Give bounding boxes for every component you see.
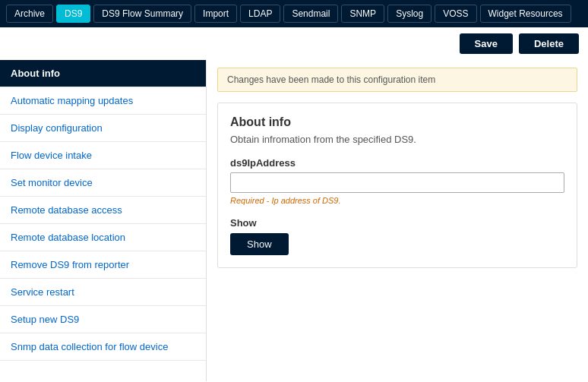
sidebar-item-remove-ds9-from-reporter[interactable]: Remove DS9 from reporter (0, 251, 206, 279)
sidebar-item-automatic-mapping-updates[interactable]: Automatic mapping updates (0, 87, 206, 115)
nav-btn-archive[interactable]: Archive (6, 5, 53, 23)
content-area: Changes have been made to this configura… (207, 60, 588, 381)
top-nav: ArchiveDS9DS9 Flow SummaryImportLDAPSend… (0, 0, 588, 27)
nav-btn-ds9[interactable]: DS9 (56, 5, 90, 23)
show-section-label: Show (230, 217, 564, 229)
nav-btn-snmp[interactable]: SNMP (341, 5, 384, 23)
nav-btn-syslog[interactable]: Syslog (387, 5, 432, 23)
field-hint-ds9ip: Required - Ip address of DS9. (230, 196, 564, 205)
nav-btn-import[interactable]: Import (194, 5, 237, 23)
nav-btn-voss[interactable]: VOSS (435, 5, 476, 23)
sidebar-item-snmp-data-collection-for-flow-device[interactable]: Snmp data collection for flow device (0, 333, 206, 361)
field-label-ds9ip: ds9IpAddress (230, 157, 564, 169)
delete-button[interactable]: Delete (519, 33, 579, 54)
config-subtitle: Obtain infromation from the specified DS… (230, 134, 564, 145)
nav-btn-sendmail[interactable]: Sendmail (283, 5, 338, 23)
nav-btn-widget-resources[interactable]: Widget Resources (480, 5, 571, 23)
sidebar-item-remote-database-location[interactable]: Remote database location (0, 224, 206, 251)
ds9-ip-input[interactable] (230, 172, 564, 193)
nav-btn-ldap[interactable]: LDAP (240, 5, 280, 23)
sidebar-item-service-restart[interactable]: Service restart (0, 279, 206, 306)
config-title: About info (230, 115, 564, 129)
notice-banner: Changes have been made to this configura… (217, 68, 577, 92)
sidebar-item-display-configuration[interactable]: Display configuration (0, 115, 206, 142)
nav-btn-ds9-flow-summary[interactable]: DS9 Flow Summary (93, 5, 191, 23)
config-panel: About info Obtain infromation from the s… (217, 103, 577, 268)
sidebar-item-remote-database-access[interactable]: Remote database access (0, 197, 206, 224)
sidebar: About infoAutomatic mapping updatesDispl… (0, 60, 207, 381)
sidebar-item-setup-new-ds9[interactable]: Setup new DS9 (0, 306, 206, 333)
sidebar-item-set-monitor-device[interactable]: Set monitor device (0, 169, 206, 197)
main-layout: About infoAutomatic mapping updatesDispl… (0, 60, 588, 381)
save-button[interactable]: Save (460, 33, 513, 54)
show-button[interactable]: Show (230, 233, 289, 255)
action-bar: Save Delete (0, 27, 588, 60)
sidebar-item-flow-device-intake[interactable]: Flow device intake (0, 142, 206, 169)
sidebar-item-about-info[interactable]: About info (0, 60, 206, 87)
